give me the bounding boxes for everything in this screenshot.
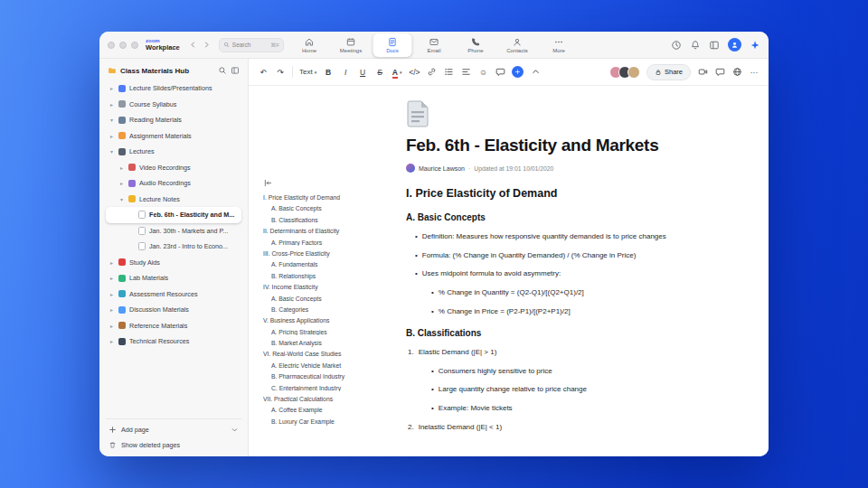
nav-tab[interactable]: Meetings xyxy=(332,33,371,57)
panel-toggle-button[interactable] xyxy=(709,40,720,51)
strikethrough-button[interactable]: S xyxy=(374,64,385,80)
code-button[interactable]: </> xyxy=(409,64,420,80)
tree-chevron-icon[interactable] xyxy=(108,338,115,344)
doc-block[interactable]: • Formula: (% Change in Quantity Demande… xyxy=(406,251,738,259)
collaborator-avatar[interactable] xyxy=(627,66,640,79)
sidebar-tree-item[interactable]: Reading Materials xyxy=(106,112,241,128)
sidebar-tree-item[interactable]: Course Syllabus xyxy=(106,97,241,113)
bold-button[interactable]: B xyxy=(323,64,334,80)
collaborator-avatars[interactable] xyxy=(609,66,640,79)
underline-button[interactable]: U xyxy=(357,64,368,80)
doc-block[interactable]: I. Price Elasticity of Demand xyxy=(406,187,738,200)
tree-chevron-icon[interactable] xyxy=(118,180,125,186)
start-video-button[interactable] xyxy=(697,64,708,80)
outline-item[interactable]: I. Price Elasticity of Demand xyxy=(263,195,361,202)
sidebar-tree-item[interactable]: Lectures xyxy=(106,144,241,160)
doc-block[interactable]: • Uses midpoint formula to avoid asymmet… xyxy=(406,269,738,277)
open-comments-button[interactable] xyxy=(714,64,725,80)
outline-item[interactable]: VII. Practical Calculations xyxy=(263,397,361,403)
insert-block-button[interactable] xyxy=(512,66,524,78)
undo-button[interactable]: ↶ xyxy=(258,64,269,80)
doc-block[interactable]: 2. Inelastic Demand (|E| < 1) xyxy=(406,423,738,431)
close-window-button[interactable] xyxy=(108,42,115,49)
more-options-button[interactable]: ··· xyxy=(749,64,760,80)
tree-chevron-icon[interactable] xyxy=(108,117,115,123)
sidebar-tree-item[interactable]: Lab Materials xyxy=(106,270,241,286)
comment-button[interactable] xyxy=(495,64,505,80)
outline-item[interactable]: B. Classifications xyxy=(263,218,361,224)
doc-block[interactable]: • % Change in Quantity = (Q2-Q1)/[(Q2+Q1… xyxy=(406,288,738,296)
nav-tab[interactable]: More xyxy=(540,33,579,57)
sidebar-tree-item[interactable]: Reference Materials xyxy=(106,318,241,334)
doc-block[interactable]: • Definition: Measures how responsive qu… xyxy=(406,232,738,240)
sidebar-tree-item[interactable]: Assessment Resources xyxy=(106,286,241,303)
forward-button[interactable] xyxy=(200,38,213,52)
nav-tab[interactable]: Contacts xyxy=(498,33,537,57)
sidebar-tree-item[interactable]: Jan. 30th - Markets and P... xyxy=(106,223,241,239)
chevron-down-icon[interactable] xyxy=(231,426,239,434)
sidebar-tree-item[interactable]: Discussion Materials xyxy=(106,302,241,318)
align-button[interactable] xyxy=(460,64,471,80)
sidebar-collapse-icon[interactable] xyxy=(231,66,240,75)
outline-item[interactable]: IV. Income Elasticity xyxy=(263,285,361,291)
doc-block[interactable]: • Example: Movie tickets xyxy=(406,404,738,412)
outline-item[interactable]: A. Basic Concepts xyxy=(263,206,361,212)
tree-chevron-icon[interactable] xyxy=(118,164,125,171)
tree-chevron-icon[interactable] xyxy=(108,291,115,297)
text-style-dropdown[interactable]: Text ▾ xyxy=(299,64,316,80)
sidebar-search-icon[interactable] xyxy=(218,66,227,75)
outline-item[interactable]: V. Business Applications xyxy=(263,318,361,324)
text-color-button[interactable]: A ▾ xyxy=(392,64,402,80)
tree-chevron-icon[interactable] xyxy=(108,259,115,266)
outline-item[interactable]: B. Categories xyxy=(263,307,361,314)
doc-block[interactable]: • Large quantity change relative to pric… xyxy=(406,385,738,393)
link-button[interactable] xyxy=(426,64,437,80)
outline-item[interactable]: II. Determinants of Elasticity xyxy=(263,229,361,235)
maximize-window-button[interactable] xyxy=(131,42,138,49)
sidebar-tree-item[interactable]: Feb. 6th - Elasticity and M... xyxy=(106,207,241,223)
nav-tab[interactable]: Docs xyxy=(373,33,412,57)
tree-chevron-icon[interactable] xyxy=(108,133,115,139)
outline-item[interactable]: VI. Real-World Case Studies xyxy=(263,352,361,358)
redo-button[interactable]: ↷ xyxy=(275,64,286,80)
outline-item[interactable]: III. Cross-Price Elasticity xyxy=(263,251,361,258)
outline-item[interactable]: B. Market Analysis xyxy=(263,341,361,347)
sidebar-tree-item[interactable]: Study Aids xyxy=(106,255,241,271)
sidebar-tree-item[interactable]: Lecture Notes xyxy=(106,192,241,208)
outline-item[interactable]: A. Coffee Example xyxy=(263,408,361,414)
user-avatar[interactable] xyxy=(728,38,741,52)
sidebar-tree-item[interactable]: Lecture Slides/Presentations xyxy=(106,80,241,97)
tree-chevron-icon[interactable] xyxy=(108,85,115,91)
add-page-button[interactable]: Add page xyxy=(106,426,241,434)
collapse-outline-button[interactable] xyxy=(263,178,273,188)
outline-item[interactable]: A. Basic Concepts xyxy=(263,296,361,303)
doc-block[interactable]: A. Basic Concepts xyxy=(406,212,738,222)
outline-item[interactable]: C. Entertainment Industry xyxy=(263,386,361,392)
doc-block[interactable]: B. Classifications xyxy=(406,328,738,338)
sidebar-tree-item[interactable]: Jan. 23rd - Intro to Econo... xyxy=(106,239,241,255)
bulleted-list-button[interactable] xyxy=(443,64,454,80)
tree-chevron-icon[interactable] xyxy=(108,148,115,155)
outline-item[interactable]: B. Relationships xyxy=(263,274,361,280)
sidebar-tree-item[interactable]: Assignment Materials xyxy=(106,128,241,145)
history-clock-button[interactable] xyxy=(671,40,682,51)
document-title[interactable]: Feb. 6th - Elasticity and Markets xyxy=(406,136,738,155)
outline-item[interactable]: B. Pharmaceutical Industry xyxy=(263,374,361,380)
language-globe-button[interactable] xyxy=(731,64,742,80)
outline-item[interactable]: B. Luxury Car Example xyxy=(263,419,361,426)
sidebar-tree-item[interactable]: Technical Resources xyxy=(106,333,241,350)
nav-tab[interactable]: Email xyxy=(415,33,454,57)
global-search[interactable]: Search ⌘F xyxy=(219,38,284,52)
notifications-bell-button[interactable] xyxy=(690,40,701,51)
doc-block[interactable]: • Consumers highly sensitive to price xyxy=(406,367,738,375)
outline-item[interactable]: A. Pricing Strategies xyxy=(263,330,361,336)
tree-chevron-icon[interactable] xyxy=(108,323,115,329)
nav-tab[interactable]: Phone xyxy=(457,33,495,57)
document-page[interactable]: Feb. 6th - Elasticity and Markets Mauric… xyxy=(364,86,769,456)
tree-chevron-icon[interactable] xyxy=(108,306,115,313)
emoji-button[interactable]: ☺ xyxy=(477,64,488,80)
outline-item[interactable]: A. Electric Vehicle Market xyxy=(263,363,361,370)
italic-button[interactable]: I xyxy=(340,64,351,80)
outline-item[interactable]: A. Primary Factors xyxy=(263,240,361,247)
doc-block[interactable]: 1. Elastic Demand (|E| > 1) xyxy=(406,348,738,356)
